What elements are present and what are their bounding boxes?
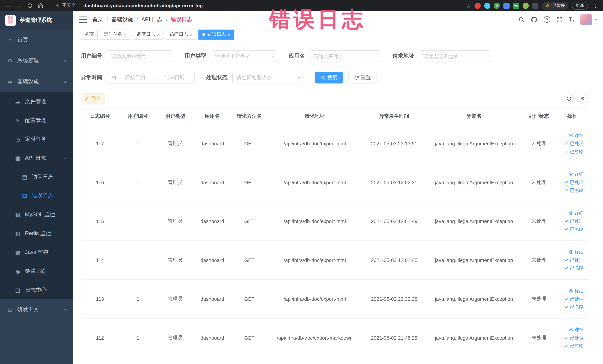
- breadcrumb-home[interactable]: 首页: [92, 16, 103, 23]
- search-icon[interactable]: [518, 16, 524, 23]
- close-icon[interactable]: ×: [228, 32, 230, 37]
- request-url-input[interactable]: [419, 50, 490, 62]
- extension-icon[interactable]: [532, 2, 538, 9]
- mark-processed-link[interactable]: 已处理: [564, 257, 584, 263]
- forward-icon[interactable]: →: [15, 1, 23, 10]
- detail-link[interactable]: 详细: [569, 326, 584, 333]
- cell-url: /api/infra/db-doc/export-html: [268, 163, 361, 202]
- date-range-picker[interactable]: 开始日期 - 结束日期: [107, 72, 195, 83]
- eye-icon: [569, 250, 573, 254]
- close-icon[interactable]: ×: [190, 32, 192, 37]
- extension-icon[interactable]: V: [494, 2, 500, 9]
- font-size-icon[interactable]: T ▾: [569, 16, 574, 23]
- chevron-down-icon: ▾: [64, 308, 66, 312]
- rabbit-logo-icon: [5, 15, 16, 26]
- refresh-icon: [354, 75, 359, 80]
- sidebar-item-java-monitor[interactable]: ▨ Java 监控: [0, 243, 73, 262]
- sidebar-item-mysql-monitor[interactable]: ▦ MySQL 监控: [0, 205, 73, 224]
- extension-icon[interactable]: [522, 2, 529, 9]
- user-type-select[interactable]: 请选择用户类型 ▾: [211, 50, 277, 62]
- extension-icon[interactable]: [474, 2, 480, 9]
- close-icon[interactable]: ×: [157, 32, 159, 37]
- user-id-input[interactable]: [107, 50, 173, 62]
- sidebar-item-dev-tools[interactable]: ▩ 研发工具 ▾: [0, 299, 73, 320]
- back-icon[interactable]: ←: [4, 1, 12, 10]
- browser-menu-icon[interactable]: ⋮: [591, 2, 599, 9]
- breadcrumb-infrastructure[interactable]: 基础设施: [111, 16, 133, 23]
- help-icon[interactable]: ?: [544, 16, 550, 23]
- github-icon[interactable]: [531, 16, 537, 23]
- close-icon[interactable]: ×: [124, 32, 127, 37]
- process-status-select[interactable]: 请选择处理状态 ▾: [232, 72, 303, 83]
- mark-ignored-link[interactable]: 已忽略: [564, 304, 584, 310]
- sidebar-item-home[interactable]: ⌂ 首页: [0, 30, 73, 50]
- mark-processed-link[interactable]: 已处理: [564, 335, 584, 341]
- fullscreen-icon[interactable]: [556, 16, 562, 23]
- mark-processed-link[interactable]: 已处理: [564, 179, 584, 186]
- check-icon: [564, 335, 569, 340]
- cell-time: 2021-05-02 23:32:28: [361, 280, 427, 318]
- sidebar-item-config-management[interactable]: ✎ 配置管理: [0, 111, 73, 130]
- sidebar-item-access-log[interactable]: ▤ 访问日志: [0, 167, 73, 186]
- table-row: 117 1 管理员 dashboard GET /api/infra/db-do…: [81, 124, 588, 163]
- detail-link[interactable]: 详细: [569, 288, 584, 294]
- tab-home[interactable]: 首页: [81, 29, 98, 39]
- sidebar-item-scheduled-jobs[interactable]: ◷ 定时任务: [0, 130, 73, 149]
- redis-icon: ▥: [15, 230, 21, 236]
- mark-processed-link[interactable]: 已处理: [564, 218, 584, 224]
- sidebar-item-api-log[interactable]: ▣ API 日志 ▴: [0, 149, 73, 167]
- address-bar[interactable]: ⚠ 不安全 dashboard.yudao.iocoder.cn/infra/l…: [55, 2, 203, 9]
- detail-link[interactable]: 详细: [569, 210, 584, 216]
- tab-scheduled-jobs[interactable]: 定时任务 ×: [100, 29, 130, 39]
- url-text[interactable]: dashboard.yudao.iocoder.cn/infra/log/api…: [83, 3, 203, 8]
- sidebar-item-system-management[interactable]: ⚙ 系统管理 ▾: [0, 50, 73, 71]
- column-settings-button[interactable]: ⚙: [578, 94, 588, 104]
- app-name-input[interactable]: [310, 50, 381, 62]
- extension-icon[interactable]: [484, 2, 490, 9]
- mark-ignored-link[interactable]: 已忽略: [564, 265, 584, 271]
- tab-schedule-log[interactable]: 调度日志 ×: [133, 29, 163, 39]
- mark-processed-link[interactable]: 已处理: [564, 295, 584, 302]
- sidebar-item-infrastructure[interactable]: ▤ 基础设施 ▴: [0, 71, 73, 92]
- refresh-table-button[interactable]: [564, 94, 574, 104]
- app-logo[interactable]: 芋道管理系统: [0, 11, 73, 30]
- avatar[interactable]: [580, 14, 592, 25]
- avatar-caret-icon[interactable]: ▾: [595, 17, 597, 22]
- update-button[interactable]: 更新: [572, 2, 588, 9]
- reload-icon[interactable]: [25, 1, 34, 10]
- mark-ignored-link[interactable]: 已忽略: [564, 342, 584, 349]
- cell-app-name: dashboard: [194, 124, 231, 163]
- export-button[interactable]: 导出: [81, 94, 105, 104]
- mark-processed-link[interactable]: 已处理: [564, 140, 584, 147]
- breadcrumb-api-log[interactable]: API 日志: [141, 16, 162, 23]
- paused-badge[interactable]: ☺ 已暂停: [542, 2, 568, 9]
- sidebar-item-redis-monitor[interactable]: ▥ Redis 监控: [0, 224, 73, 243]
- sidebar-collapse-icon[interactable]: [79, 16, 87, 23]
- extension-icon[interactable]: [503, 2, 509, 9]
- reset-button[interactable]: 重置: [348, 72, 376, 83]
- sidebar-item-error-log[interactable]: ▤ 错误日志: [0, 186, 73, 205]
- cell-user-id: 1: [119, 202, 156, 241]
- extension-icon[interactable]: on: [513, 2, 519, 9]
- home-icon[interactable]: [36, 1, 45, 10]
- tab-access-log[interactable]: 访问日志 ×: [166, 29, 196, 39]
- error-log-table: 日志编号 用户编号 用户类型 应用名 请求方法名 请求地址 异常发生时间 异常名…: [81, 108, 588, 357]
- bookmark-star-icon[interactable]: ☆: [466, 2, 471, 9]
- java-icon: ▨: [15, 249, 21, 255]
- cell-actions: 详细 已处理 已忽略: [557, 202, 588, 241]
- mark-ignored-link[interactable]: 已忽略: [564, 226, 584, 233]
- check-icon: [564, 305, 569, 309]
- sidebar-item-file-management[interactable]: ☁ 文件管理: [0, 92, 73, 111]
- detail-link[interactable]: 详细: [569, 171, 584, 177]
- cell-user-id: 1: [119, 318, 156, 357]
- tab-error-log[interactable]: 错误日志 ×: [198, 29, 234, 39]
- cell-user-type: 管理员: [156, 241, 194, 280]
- search-button[interactable]: 搜索: [315, 72, 343, 83]
- detail-link[interactable]: 详细: [569, 249, 584, 255]
- mark-ignored-link[interactable]: 已忽略: [564, 148, 584, 155]
- sidebar-item-log-center[interactable]: ▧ 日志中心: [0, 280, 73, 299]
- sidebar-item-trace[interactable]: ◉ 链路追踪: [0, 262, 73, 281]
- mark-ignored-link[interactable]: 已忽略: [564, 187, 584, 194]
- detail-link[interactable]: 详细: [569, 132, 584, 139]
- gear-icon: ⚙: [580, 96, 585, 101]
